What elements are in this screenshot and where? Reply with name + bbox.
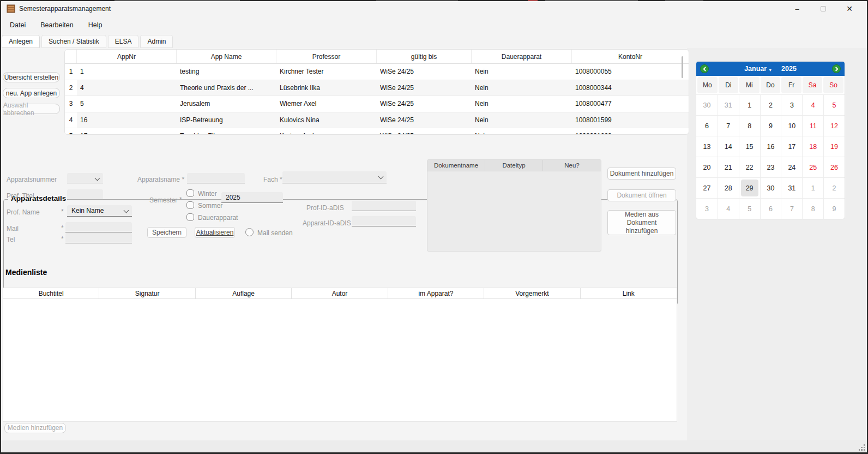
calendar-day[interactable]: 2	[823, 177, 845, 198]
calendar-day[interactable]: 28	[718, 177, 739, 198]
column-header-professor[interactable]: Professor	[276, 50, 377, 63]
calendar-day[interactable]: 31	[718, 94, 739, 115]
calendar-day[interactable]: 15	[739, 136, 760, 157]
media-column-buchtitel[interactable]: Buchtitel	[3, 288, 99, 298]
table-scrollbar[interactable]	[682, 56, 683, 78]
calendar-day[interactable]: 20	[696, 157, 718, 177]
calendar-day-today[interactable]: 29	[739, 177, 760, 198]
calendar-day[interactable]: 10	[781, 115, 802, 136]
calendar-day[interactable]: 19	[823, 136, 845, 157]
calendar-day[interactable]: 30	[696, 94, 718, 115]
calendar-day[interactable]: 6	[696, 115, 718, 136]
media-column-link[interactable]: Link	[581, 288, 677, 298]
tab-suchen-statistik[interactable]: Suchen / Statistik	[41, 35, 106, 48]
calendar-day[interactable]: 18	[802, 136, 823, 157]
media-column-vorgemerkt[interactable]: Vorgemerkt	[484, 288, 580, 298]
column-header-appnr[interactable]: AppNr	[77, 50, 177, 63]
dokument-ffnen-button[interactable]: Dokument öffnen	[607, 189, 676, 201]
media-column-im-apparat[interactable]: im Apparat?	[388, 288, 484, 298]
calendar-day[interactable]: 4	[718, 198, 739, 219]
calendar-day[interactable]: 14	[718, 136, 739, 157]
calendar-day[interactable]: 27	[696, 177, 718, 198]
calendar-day[interactable]: 8	[802, 198, 823, 219]
column-header-kontonr[interactable]: KontoNr	[572, 50, 689, 63]
column-header-g-ltig-bis[interactable]: gültig bis	[377, 50, 472, 63]
prof-titel-field[interactable]	[67, 189, 103, 200]
calendar-day[interactable]: 8	[739, 115, 760, 136]
dokument-hinzuf-gen-button[interactable]: Dokument hinzufügen	[607, 168, 676, 180]
calendar-title[interactable]: Januar▼2025	[744, 65, 797, 73]
calendar-day[interactable]: 12	[823, 115, 845, 136]
calendar-day[interactable]: 5	[739, 198, 760, 219]
auswahl-abbrechen-button[interactable]: Auswahl abbrechen	[3, 104, 60, 114]
media-column-autor[interactable]: Autor	[292, 288, 388, 298]
apparatsname-field[interactable]	[187, 173, 245, 183]
calendar-day[interactable]: 23	[760, 157, 781, 177]
calendar-day[interactable]: 24	[781, 157, 802, 177]
dauerapparat-radio[interactable]	[186, 213, 194, 221]
menu-item-bearbeiten[interactable]: Bearbeiten	[40, 21, 73, 29]
mail-senden-checkbox[interactable]	[245, 228, 254, 236]
winter-radio[interactable]	[186, 189, 194, 197]
calendar-day[interactable]: 1	[802, 177, 823, 198]
calendar-day[interactable]: 22	[739, 157, 760, 177]
calendar-day[interactable]: 13	[696, 136, 718, 157]
sommer-radio[interactable]	[186, 201, 194, 209]
table-row[interactable]: 517Teaching FilmsKratzer AndreaWiSe 24/2…	[65, 128, 689, 135]
menu-item-datei[interactable]: Datei	[10, 21, 26, 29]
calendar-day[interactable]: 26	[823, 157, 845, 177]
tel-field[interactable]	[65, 233, 132, 243]
column-header-app-name[interactable]: App Name	[177, 50, 276, 63]
bersicht-erstellen-button[interactable]: Übersicht erstellen	[3, 72, 60, 82]
calendar-day[interactable]: 1	[739, 94, 760, 115]
close-button[interactable]: ✕	[837, 1, 861, 16]
calendar-day[interactable]: 2	[760, 94, 781, 115]
calendar-prev-button[interactable]	[700, 64, 709, 73]
media-column-signatur[interactable]: Signatur	[99, 288, 195, 298]
calendar-day[interactable]: 17	[781, 136, 802, 157]
calendar-day[interactable]: 7	[781, 198, 802, 219]
calendar-day[interactable]: 9	[760, 115, 781, 136]
minimize-button[interactable]: –	[785, 1, 809, 16]
doc-column-dokumentname[interactable]: Dokumentname	[427, 160, 485, 171]
calendar-day[interactable]: 30	[760, 177, 781, 198]
calendar-day[interactable]: 11	[802, 115, 823, 136]
menu-item-help[interactable]: Help	[88, 21, 103, 29]
speichern-button[interactable]: Speichern	[147, 227, 186, 238]
year-field[interactable]: 2025	[221, 192, 283, 203]
neu-app-anlegen-button[interactable]: neu. App anlegen	[3, 88, 60, 98]
column-header-dauerapparat[interactable]: Dauerapparat	[472, 50, 572, 63]
calendar-day[interactable]: 25	[802, 157, 823, 177]
calendar-day[interactable]: 7	[718, 115, 739, 136]
doc-column-dateityp[interactable]: Dateityp	[485, 160, 543, 171]
calendar-next-button[interactable]	[832, 64, 841, 73]
media-column-auflage[interactable]: Auflage	[196, 288, 292, 298]
resize-grip[interactable]	[858, 444, 865, 451]
fach-select[interactable]	[282, 171, 387, 183]
calendar-day[interactable]: 31	[781, 177, 802, 198]
calendar-day[interactable]: 21	[718, 157, 739, 177]
calendar-day[interactable]: 9	[823, 198, 845, 219]
tab-anlegen[interactable]: Anlegen	[2, 35, 40, 48]
table-row[interactable]: 24Theorie und Praxis der ...Lüsebrink Il…	[65, 80, 689, 97]
tab-admin[interactable]: Admin	[140, 35, 173, 48]
calendar-day[interactable]: 4	[802, 94, 823, 115]
doc-column-neu[interactable]: Neu?	[543, 160, 601, 171]
mail-field[interactable]	[65, 222, 132, 232]
calendar-day[interactable]: 6	[760, 198, 781, 219]
aktualisieren-button[interactable]: Aktualisieren	[195, 227, 235, 238]
prof-id-field[interactable]	[352, 201, 416, 211]
calendar-day[interactable]: 3	[781, 94, 802, 115]
apparat-id-field[interactable]	[352, 216, 416, 226]
table-row[interactable]: 416ISP-BetreuungKulovics NinaWiSe 24/25N…	[65, 112, 689, 129]
medien-hinzufuegen-button[interactable]: Medien hinzufügen	[4, 423, 66, 433]
table-row[interactable]: 35JerusalemWiemer AxelWiSe 24/25Nein1008…	[65, 96, 689, 112]
table-row[interactable]: 11testingKirchner TesterWiSe 24/25Nein10…	[65, 64, 689, 80]
apparatsnummer-select[interactable]	[67, 173, 103, 183]
calendar-day[interactable]: 3	[696, 198, 718, 219]
maximize-button[interactable]	[811, 1, 835, 16]
calendar-day[interactable]: 5	[823, 94, 845, 115]
tab-elsa[interactable]: ELSA	[108, 35, 139, 48]
calendar-day[interactable]: 16	[760, 136, 781, 157]
prof-name-select[interactable]: Kein Name	[67, 205, 132, 217]
